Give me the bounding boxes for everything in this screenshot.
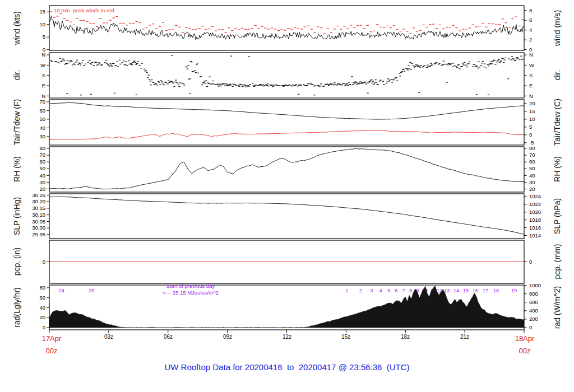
x-end-date-label: 18Apr (515, 334, 535, 343)
y-tick-label-right: S (529, 72, 533, 78)
panel-pcp: 00 (43, 240, 533, 283)
mjoule-marker-label: 1 (345, 288, 348, 293)
y-tick-label-right: 30 (529, 179, 535, 185)
mjoule-marker-label: 25 (89, 288, 94, 293)
y-tick-label-right: 600 (529, 299, 538, 305)
mjoule-markers: 242512345678910111213141516171819 (59, 288, 517, 293)
x-start-date-label: 17Apr (42, 334, 62, 343)
y-tick-label-right: 70 (529, 152, 535, 158)
y-tick-label-left: 30.00 (32, 225, 45, 231)
tair_f-trace (49, 102, 524, 119)
mjoule-marker-label: 14 (453, 288, 459, 293)
wind-peaks-annotation: 10 min. peak winds in red (54, 7, 114, 13)
panel-frame-slp (49, 194, 524, 239)
radiation-sum-annotation-line2: <--- 25.15 MJoules/m^2 (163, 290, 219, 296)
y-tick-label-right: 8 (529, 7, 532, 13)
y-tick-label-right: 0 (529, 132, 532, 138)
radiation-sum-annotation-line1: Sum of previous day (166, 283, 215, 289)
y-tick-label-right: 200 (529, 316, 538, 322)
x-axis-ticks (49, 330, 524, 333)
ylabel-wind-right: wind (m/s) (553, 10, 562, 46)
y-tick-label-right: W (529, 62, 534, 68)
y-tick-label-right: 20 (529, 186, 535, 192)
y-tick-label-right: 0 (529, 324, 532, 330)
y-tick-label-left: 5 (43, 34, 45, 40)
y-tick-label-right: E (529, 82, 533, 88)
x-tick-label-21z: 21z (460, 334, 469, 340)
y-tick-label-right: 0 (529, 259, 532, 265)
y-tick-label-left: 60 (39, 108, 45, 114)
x-tick-label-15z: 15z (341, 334, 350, 340)
ylabel-rad-left: rad(Lgly/hr) (12, 287, 21, 328)
y-tick-label-right: 50 (529, 165, 535, 171)
y-tick-label-left: 70 (39, 99, 45, 105)
ylabel-rad-right: rad (W/m^2) (553, 286, 562, 329)
y-tick-label-left: N (41, 93, 45, 99)
y-tick-label-left: S (42, 72, 45, 78)
x-tick-label-03z: 03z (104, 334, 113, 340)
mjoule-marker-label: 7 (402, 288, 405, 293)
y-tick-label-right: 40 (529, 172, 535, 179)
y-tick-label-right: 80 (529, 145, 535, 151)
y-tick-label-left: 80 (39, 145, 45, 151)
y-tick-label-right: 6 (529, 17, 532, 23)
panel-frame-dir (49, 53, 524, 98)
y-tick-label-left: 15 (39, 8, 45, 15)
y-tick-label-left: 0 (43, 324, 45, 330)
y-tick-label-right: 60 (529, 158, 535, 165)
y-tick-label-right: 10 (529, 116, 535, 122)
y-tick-label-left: 40 (39, 305, 45, 311)
y-tick-label-right: 2 (529, 36, 532, 43)
mjoule-marker-label: 15 (463, 288, 469, 293)
ylabel-slp-right: SLP (hPa) (553, 198, 562, 234)
panel-slp: 29.9530.0030.0530.1030.1530.2030.2510141… (32, 192, 541, 239)
ylabel-pcp-right: pcp. (mm) (553, 244, 562, 279)
wind_speed_kts-trace (49, 16, 524, 40)
slp_inhg-trace (49, 197, 524, 234)
x-tick-label-09z: 09z (223, 334, 232, 340)
ylabel-pcp-left: pcp. (in) (12, 248, 21, 276)
ylabel-temp-right: Tair/Tdew (C) (553, 99, 562, 146)
y-tick-label-right: 1024 (529, 193, 541, 199)
y-tick-label-left: 50 (39, 116, 45, 122)
x-tick-label-12z: 12z (283, 334, 291, 340)
ylabel-dir-left: dir. (12, 70, 21, 81)
y-tick-label-right: 1020 (529, 209, 541, 215)
wind_direction_deg-scatter (48, 55, 524, 95)
y-tick-label-left: 30.25 (32, 192, 45, 198)
y-tick-label-right: N (529, 93, 533, 99)
ylabel-slp-left: SLP (inHg) (12, 197, 21, 235)
mjoule-marker-label: 18 (493, 288, 499, 293)
mjoule-marker-label: 2 (359, 288, 362, 293)
panel-frame-rh (49, 147, 524, 192)
y-tick-label-left: 40 (39, 172, 45, 179)
ylabel-rh-left: RH (%) (12, 156, 21, 182)
ylabel-rh-right: RH (%) (553, 156, 562, 182)
ylabel-temp-left: Tair/Tdew (F) (12, 99, 21, 145)
panel-dir: NESWNNESWN (40, 52, 534, 99)
x-end-hour-label: 00z (519, 347, 531, 355)
mjoule-marker-label: 3 (370, 288, 373, 293)
ylabel-dir-right: dir. (553, 70, 562, 81)
y-tick-label-left: E (42, 82, 45, 88)
panel-temp: 3040506070-505101520 (39, 99, 535, 146)
y-tick-label-left: 0 (43, 259, 45, 265)
panel-rad: 0204060800200400600800100024251234567891… (39, 282, 541, 330)
y-tick-label-right: 1000 (529, 282, 541, 288)
mjoule-marker-label: 4 (379, 288, 382, 293)
y-tick-label-left: 30.20 (32, 198, 45, 204)
y-tick-label-left: 60 (39, 158, 45, 165)
y-tick-label-right: 1016 (529, 225, 541, 231)
mjoule-marker-label: 16 (473, 288, 478, 293)
y-tick-label-right: 1014 (529, 232, 541, 239)
mjoule-marker-label: 19 (511, 288, 517, 293)
panel-frame-wind (49, 6, 524, 50)
y-tick-label-left: 30.05 (32, 218, 45, 225)
y-tick-label-right: 15 (529, 108, 535, 114)
ylabel-wind-left: wind (kts) (12, 11, 21, 45)
mjoule-marker-label: 5 (387, 288, 390, 293)
tdew_f-trace (49, 130, 524, 140)
y-tick-label-right: 20 (529, 100, 535, 106)
y-tick-label-left: 29.95 (32, 231, 45, 237)
peak_wind_10min_kts-dashes (50, 12, 524, 34)
